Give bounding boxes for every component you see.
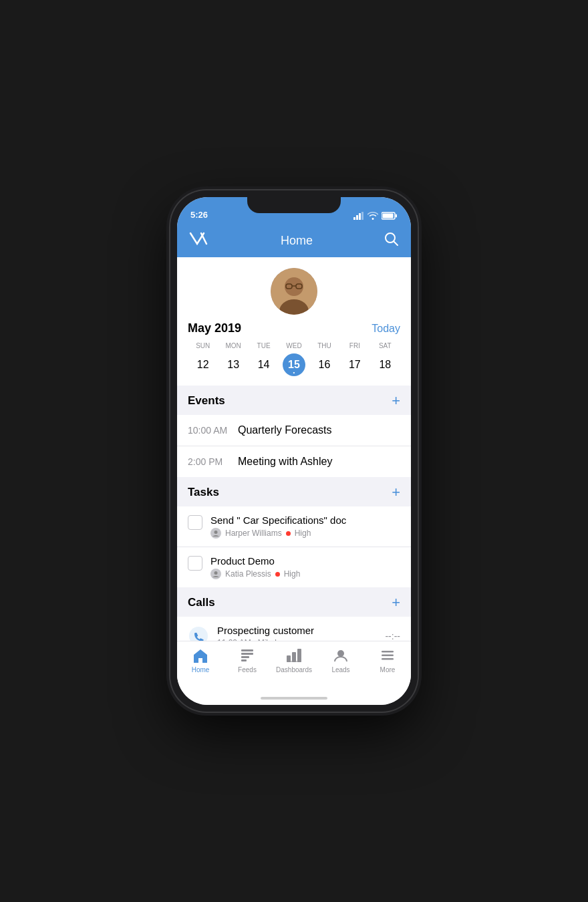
avatar xyxy=(271,268,317,315)
call-name-1: Prospecting customer xyxy=(217,625,377,636)
search-button[interactable] xyxy=(384,232,399,250)
bottom-nav: Home Feeds xyxy=(177,641,411,692)
events-section-header: Events + xyxy=(177,387,411,415)
weekday-thu: THU xyxy=(309,341,339,351)
svg-point-28 xyxy=(337,650,344,657)
app-logo[interactable] xyxy=(189,231,209,251)
svg-rect-23 xyxy=(241,659,247,661)
call-item-1[interactable]: Prospecting customer 11:00 AM Mila Lang … xyxy=(177,617,411,641)
nav-item-feeds[interactable]: Feeds xyxy=(224,647,271,673)
avatar-section xyxy=(177,257,411,315)
call-duration-1: --:-- xyxy=(385,631,400,641)
status-icons xyxy=(353,212,398,220)
task-name-1: Send " Car Specifications" doc xyxy=(210,514,400,526)
calendar-header: May 2019 Today xyxy=(188,321,400,335)
calendar-days: 12 13 14 15 16 17 18 xyxy=(188,353,400,376)
weekday-mon: MON xyxy=(218,341,248,351)
event-time-1: 10:00 AM xyxy=(188,425,238,436)
nav-label-more: More xyxy=(380,666,396,673)
weekday-sat: SAT xyxy=(370,341,400,351)
app-header: Home xyxy=(177,224,411,257)
home-icon xyxy=(192,647,209,664)
svg-rect-22 xyxy=(241,656,249,658)
task-assignee-icon-2 xyxy=(210,569,221,579)
add-call-button[interactable]: + xyxy=(392,595,400,610)
phone-frame: 5:26 xyxy=(170,190,418,712)
header-title: Home xyxy=(281,234,313,248)
svg-rect-20 xyxy=(241,649,253,651)
event-item-1[interactable]: 10:00 AM Quarterly Forecasts xyxy=(177,415,411,446)
task-priority-dot-2 xyxy=(275,572,280,577)
task-assignee-2: Katia Plessis xyxy=(225,569,271,579)
task-assignee-1: Harper Williams xyxy=(225,529,282,538)
feeds-icon xyxy=(239,647,256,664)
svg-rect-1 xyxy=(356,215,358,220)
signal-icon xyxy=(353,212,364,220)
tasks-section-header: Tasks + xyxy=(177,478,411,506)
nav-item-leads[interactable]: Leads xyxy=(317,647,364,673)
calendar-day-14[interactable]: 14 xyxy=(249,353,279,376)
svg-rect-31 xyxy=(382,658,394,660)
event-name-1: Quarterly Forecasts xyxy=(238,424,331,436)
calendar-weekdays: SUN MON TUE WED THU FRI SAT xyxy=(188,341,400,351)
calendar-section: May 2019 Today SUN MON TUE WED THU FRI S… xyxy=(177,315,411,386)
calendar-day-13[interactable]: 13 xyxy=(218,353,248,376)
nav-item-home[interactable]: Home xyxy=(177,647,224,673)
nav-label-home: Home xyxy=(192,666,210,673)
battery-icon xyxy=(382,212,398,220)
task-content-2: Product Demo Katia Plessis High xyxy=(210,555,400,579)
status-time: 5:26 xyxy=(190,210,208,220)
event-time-2: 2:00 PM xyxy=(188,456,238,467)
today-button[interactable]: Today xyxy=(372,323,400,335)
svg-rect-25 xyxy=(292,652,296,662)
home-indicator xyxy=(177,692,411,705)
svg-rect-21 xyxy=(241,653,253,655)
svg-rect-29 xyxy=(382,651,394,653)
wifi-icon xyxy=(368,212,378,220)
more-icon xyxy=(379,647,396,664)
svg-rect-2 xyxy=(359,213,361,220)
weekday-sun: SUN xyxy=(188,341,218,351)
add-task-button[interactable]: + xyxy=(392,485,400,500)
nav-label-dashboards: Dashboards xyxy=(276,666,312,673)
events-title: Events xyxy=(188,394,225,408)
svg-line-8 xyxy=(394,241,398,245)
svg-rect-30 xyxy=(382,655,394,657)
calendar-day-12[interactable]: 12 xyxy=(188,353,218,376)
event-item-2[interactable]: 2:00 PM Meeting with Ashley xyxy=(177,446,411,477)
weekday-tue: TUE xyxy=(249,341,279,351)
task-name-2: Product Demo xyxy=(210,555,400,567)
dashboards-icon xyxy=(285,647,303,664)
task-checkbox-1[interactable] xyxy=(188,515,202,530)
task-checkbox-2[interactable] xyxy=(188,556,202,571)
svg-rect-26 xyxy=(297,649,301,662)
task-priority-2: High xyxy=(284,569,301,579)
svg-point-11 xyxy=(285,277,303,296)
task-item-1[interactable]: Send " Car Specifications" doc Harper Wi… xyxy=(177,506,411,547)
task-assignee-icon-1 xyxy=(210,528,221,539)
nav-item-more[interactable]: More xyxy=(364,647,411,673)
calendar-month: May 2019 xyxy=(188,321,241,335)
call-list: Prospecting customer 11:00 AM Mila Lang … xyxy=(177,617,411,641)
svg-point-17 xyxy=(214,571,218,575)
calendar-day-17[interactable]: 17 xyxy=(339,353,370,376)
call-content-1: Prospecting customer 11:00 AM Mila Lang xyxy=(217,625,377,641)
notch xyxy=(247,197,341,213)
svg-rect-6 xyxy=(383,214,394,218)
svg-point-16 xyxy=(214,531,218,534)
nav-item-dashboards[interactable]: Dashboards xyxy=(271,647,317,673)
task-item-2[interactable]: Product Demo Katia Plessis High xyxy=(177,547,411,587)
task-priority-dot-1 xyxy=(286,531,291,536)
weekday-fri: FRI xyxy=(339,341,370,351)
scroll-area[interactable]: May 2019 Today SUN MON TUE WED THU FRI S… xyxy=(177,257,411,641)
task-list: Send " Car Specifications" doc Harper Wi… xyxy=(177,506,411,587)
calendar-day-18[interactable]: 18 xyxy=(370,353,400,376)
weekday-wed: WED xyxy=(279,341,309,351)
svg-rect-5 xyxy=(396,214,397,218)
calendar-day-16[interactable]: 16 xyxy=(309,353,339,376)
svg-rect-0 xyxy=(353,217,355,220)
add-event-button[interactable]: + xyxy=(392,394,400,408)
nav-label-leads: Leads xyxy=(331,666,349,673)
task-meta-1: Harper Williams High xyxy=(210,528,400,539)
calendar-day-15[interactable]: 15 xyxy=(283,353,305,376)
